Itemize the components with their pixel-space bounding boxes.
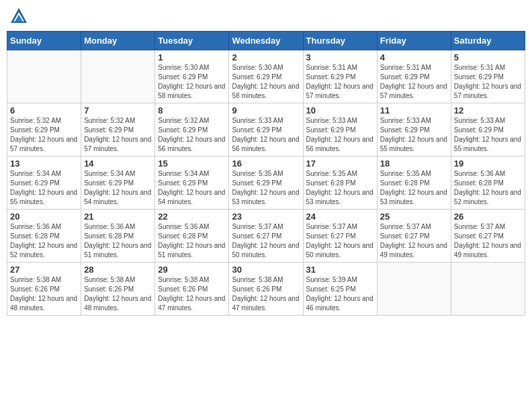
day-number: 22 (158, 212, 226, 222)
calendar-cell: 6Sunrise: 5:32 AM Sunset: 6:29 PM Daylig… (7, 103, 81, 156)
day-number: 26 (454, 212, 522, 222)
day-number: 8 (158, 105, 226, 116)
day-info: Sunrise: 5:37 AM Sunset: 6:27 PM Dayligh… (306, 222, 374, 260)
day-info: Sunrise: 5:30 AM Sunset: 6:29 PM Dayligh… (158, 63, 226, 101)
day-number: 3 (306, 52, 374, 62)
day-info: Sunrise: 5:33 AM Sunset: 6:29 PM Dayligh… (232, 116, 300, 154)
calendar-table: SundayMondayTuesdayWednesdayThursdayFrid… (7, 31, 525, 316)
day-info: Sunrise: 5:31 AM Sunset: 6:29 PM Dayligh… (306, 63, 374, 101)
day-info: Sunrise: 5:38 AM Sunset: 6:26 PM Dayligh… (10, 275, 78, 313)
day-info: Sunrise: 5:35 AM Sunset: 6:28 PM Dayligh… (306, 169, 374, 207)
day-info: Sunrise: 5:36 AM Sunset: 6:28 PM Dayligh… (84, 222, 152, 260)
calendar-cell: 26Sunrise: 5:37 AM Sunset: 6:27 PM Dayli… (451, 210, 525, 263)
day-info: Sunrise: 5:36 AM Sunset: 6:28 PM Dayligh… (158, 222, 226, 260)
day-number: 7 (84, 105, 152, 116)
calendar-cell: 5Sunrise: 5:31 AM Sunset: 6:29 PM Daylig… (451, 50, 525, 103)
day-number: 29 (158, 265, 226, 275)
day-number: 25 (380, 212, 448, 222)
calendar-cell: 21Sunrise: 5:36 AM Sunset: 6:28 PM Dayli… (81, 210, 155, 263)
day-info: Sunrise: 5:34 AM Sunset: 6:29 PM Dayligh… (158, 169, 226, 207)
day-info: Sunrise: 5:33 AM Sunset: 6:29 PM Dayligh… (306, 116, 374, 154)
calendar-week-row: 27Sunrise: 5:38 AM Sunset: 6:26 PM Dayli… (7, 263, 525, 316)
calendar-cell: 19Sunrise: 5:36 AM Sunset: 6:28 PM Dayli… (451, 156, 525, 210)
day-number: 9 (232, 105, 300, 116)
day-info: Sunrise: 5:30 AM Sunset: 6:29 PM Dayligh… (232, 63, 300, 101)
day-number: 28 (84, 265, 152, 275)
day-number: 12 (454, 105, 522, 116)
day-number: 18 (380, 158, 448, 169)
day-info: Sunrise: 5:31 AM Sunset: 6:29 PM Dayligh… (380, 63, 448, 101)
day-number: 27 (10, 265, 78, 275)
calendar-cell: 11Sunrise: 5:33 AM Sunset: 6:29 PM Dayli… (377, 103, 451, 156)
day-number: 17 (306, 158, 374, 169)
day-info: Sunrise: 5:34 AM Sunset: 6:29 PM Dayligh… (84, 169, 152, 207)
day-number: 21 (84, 212, 152, 222)
calendar-cell: 28Sunrise: 5:38 AM Sunset: 6:26 PM Dayli… (81, 263, 155, 316)
header-saturday: Saturday (451, 32, 525, 50)
calendar-cell: 17Sunrise: 5:35 AM Sunset: 6:28 PM Dayli… (303, 156, 377, 210)
calendar-cell (451, 263, 525, 316)
calendar-cell: 13Sunrise: 5:34 AM Sunset: 6:29 PM Dayli… (7, 156, 81, 210)
day-number: 2 (232, 52, 300, 62)
day-number: 31 (306, 265, 374, 275)
day-number: 13 (10, 158, 78, 169)
calendar-cell: 29Sunrise: 5:38 AM Sunset: 6:26 PM Dayli… (155, 263, 229, 316)
day-info: Sunrise: 5:31 AM Sunset: 6:29 PM Dayligh… (454, 63, 522, 101)
day-info: Sunrise: 5:32 AM Sunset: 6:29 PM Dayligh… (158, 116, 226, 154)
calendar-cell (81, 50, 155, 103)
day-info: Sunrise: 5:38 AM Sunset: 6:26 PM Dayligh… (84, 275, 152, 313)
day-number: 1 (158, 52, 226, 62)
logo (9, 7, 31, 26)
calendar-cell: 8Sunrise: 5:32 AM Sunset: 6:29 PM Daylig… (155, 103, 229, 156)
calendar-cell: 24Sunrise: 5:37 AM Sunset: 6:27 PM Dayli… (303, 210, 377, 263)
calendar-cell: 30Sunrise: 5:38 AM Sunset: 6:26 PM Dayli… (229, 263, 303, 316)
day-info: Sunrise: 5:36 AM Sunset: 6:28 PM Dayligh… (454, 169, 522, 207)
header-tuesday: Tuesday (155, 32, 229, 50)
header-monday: Monday (81, 32, 155, 50)
calendar-cell: 15Sunrise: 5:34 AM Sunset: 6:29 PM Dayli… (155, 156, 229, 210)
calendar-cell: 9Sunrise: 5:33 AM Sunset: 6:29 PM Daylig… (229, 103, 303, 156)
page-header (7, 7, 525, 26)
calendar-cell: 3Sunrise: 5:31 AM Sunset: 6:29 PM Daylig… (303, 50, 377, 103)
day-number: 30 (232, 265, 300, 275)
calendar-cell: 31Sunrise: 5:39 AM Sunset: 6:25 PM Dayli… (303, 263, 377, 316)
calendar-cell: 4Sunrise: 5:31 AM Sunset: 6:29 PM Daylig… (377, 50, 451, 103)
calendar-header-row: SundayMondayTuesdayWednesdayThursdayFrid… (7, 32, 525, 50)
calendar-cell: 16Sunrise: 5:35 AM Sunset: 6:29 PM Dayli… (229, 156, 303, 210)
day-info: Sunrise: 5:38 AM Sunset: 6:26 PM Dayligh… (158, 275, 226, 313)
calendar-week-row: 6Sunrise: 5:32 AM Sunset: 6:29 PM Daylig… (7, 103, 525, 156)
calendar-cell: 25Sunrise: 5:37 AM Sunset: 6:27 PM Dayli… (377, 210, 451, 263)
logo-icon (9, 7, 28, 26)
header-thursday: Thursday (303, 32, 377, 50)
day-number: 4 (380, 52, 448, 62)
calendar-week-row: 20Sunrise: 5:36 AM Sunset: 6:28 PM Dayli… (7, 210, 525, 263)
day-info: Sunrise: 5:38 AM Sunset: 6:26 PM Dayligh… (232, 275, 300, 313)
day-info: Sunrise: 5:35 AM Sunset: 6:29 PM Dayligh… (232, 169, 300, 207)
day-info: Sunrise: 5:37 AM Sunset: 6:27 PM Dayligh… (454, 222, 522, 260)
day-number: 6 (10, 105, 78, 116)
day-number: 15 (158, 158, 226, 169)
calendar-cell: 27Sunrise: 5:38 AM Sunset: 6:26 PM Dayli… (7, 263, 81, 316)
calendar-cell: 2Sunrise: 5:30 AM Sunset: 6:29 PM Daylig… (229, 50, 303, 103)
day-number: 23 (232, 212, 300, 222)
calendar-cell: 18Sunrise: 5:35 AM Sunset: 6:28 PM Dayli… (377, 156, 451, 210)
day-number: 24 (306, 212, 374, 222)
calendar-cell: 20Sunrise: 5:36 AM Sunset: 6:28 PM Dayli… (7, 210, 81, 263)
calendar-week-row: 1Sunrise: 5:30 AM Sunset: 6:29 PM Daylig… (7, 50, 525, 103)
day-info: Sunrise: 5:32 AM Sunset: 6:29 PM Dayligh… (84, 116, 152, 154)
day-info: Sunrise: 5:33 AM Sunset: 6:29 PM Dayligh… (454, 116, 522, 154)
calendar-cell (377, 263, 451, 316)
day-number: 11 (380, 105, 448, 116)
day-number: 5 (454, 52, 522, 62)
day-info: Sunrise: 5:33 AM Sunset: 6:29 PM Dayligh… (380, 116, 448, 154)
day-number: 16 (232, 158, 300, 169)
day-number: 19 (454, 158, 522, 169)
calendar-cell: 23Sunrise: 5:37 AM Sunset: 6:27 PM Dayli… (229, 210, 303, 263)
day-number: 14 (84, 158, 152, 169)
day-number: 20 (10, 212, 78, 222)
header-sunday: Sunday (7, 32, 81, 50)
day-info: Sunrise: 5:39 AM Sunset: 6:25 PM Dayligh… (306, 275, 374, 313)
calendar-cell: 1Sunrise: 5:30 AM Sunset: 6:29 PM Daylig… (155, 50, 229, 103)
calendar-cell: 10Sunrise: 5:33 AM Sunset: 6:29 PM Dayli… (303, 103, 377, 156)
day-info: Sunrise: 5:35 AM Sunset: 6:28 PM Dayligh… (380, 169, 448, 207)
